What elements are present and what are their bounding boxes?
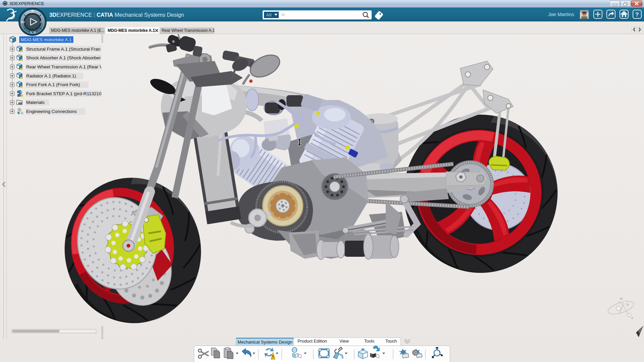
svg-text:3D: 3D xyxy=(21,20,25,24)
svg-text:?: ? xyxy=(635,11,639,18)
svg-text:V_R: V_R xyxy=(30,31,36,34)
svg-text:!: ! xyxy=(272,355,274,359)
